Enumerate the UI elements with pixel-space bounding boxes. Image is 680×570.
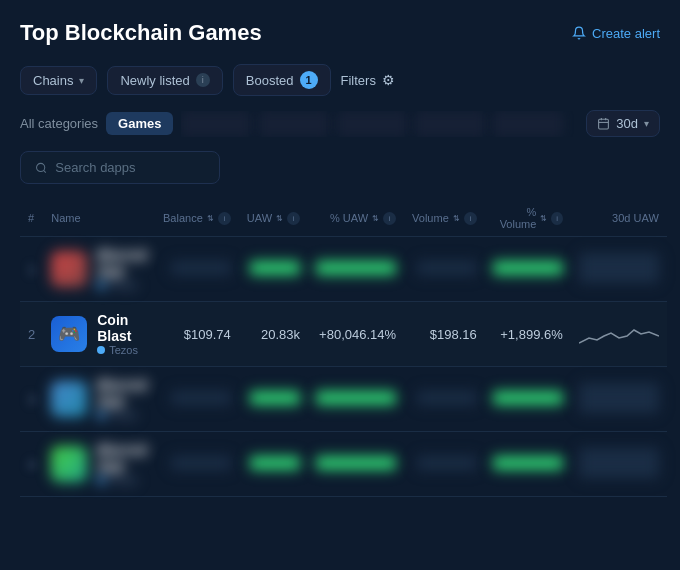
filter-row: Chains ▾ Newly listed i Boosted 1 Filter… xyxy=(20,64,660,96)
sort-icon: ⇅ xyxy=(276,214,283,223)
blurred-categories xyxy=(181,111,578,137)
sort-icon: ⇅ xyxy=(372,214,379,223)
rank-header: # xyxy=(20,200,43,237)
volume-cell xyxy=(404,432,485,497)
app-chain: Chain xyxy=(97,409,147,421)
table-row[interactable]: 4 Blurred App Chain xyxy=(20,432,667,497)
volume-pct-cell xyxy=(485,367,571,432)
uaw-30d-header: 30d UAW xyxy=(571,200,667,237)
app-chain: Chain xyxy=(97,279,147,291)
app-icon xyxy=(51,381,87,417)
rank-cell: 1 xyxy=(20,237,43,302)
boosted-filter-button[interactable]: Boosted 1 xyxy=(233,64,331,96)
info-icon: i xyxy=(218,212,231,225)
search-input[interactable] xyxy=(55,160,205,175)
uaw-cell xyxy=(239,237,308,302)
search-row xyxy=(20,151,660,184)
app-icon xyxy=(51,446,87,482)
sparkline-cell xyxy=(571,237,667,302)
filters-button[interactable]: Filters ⚙ xyxy=(341,72,395,88)
app-chain: Tezos xyxy=(97,344,147,356)
info-icon: i xyxy=(287,212,300,225)
chain-indicator xyxy=(97,476,105,484)
table-row[interactable]: 3 Blurred App Chain xyxy=(20,367,667,432)
chevron-down-icon: ▾ xyxy=(644,118,649,129)
balance-cell xyxy=(155,237,239,302)
chain-indicator xyxy=(97,346,105,354)
newly-listed-filter-button[interactable]: Newly listed i xyxy=(107,66,222,95)
volume-pct-cell xyxy=(485,432,571,497)
chevron-down-icon: ▾ xyxy=(79,75,84,86)
page-header: Top Blockchain Games Create alert xyxy=(20,20,660,46)
volume-pct-header: % Volume ⇅ i xyxy=(485,200,571,237)
svg-rect-0 xyxy=(599,119,609,129)
create-alert-button[interactable]: Create alert xyxy=(572,26,660,41)
rank-cell: 4 xyxy=(20,432,43,497)
info-icon: i xyxy=(464,212,477,225)
filter-icon: ⚙ xyxy=(382,72,395,88)
sparkline-chart xyxy=(579,318,659,348)
info-icon: i xyxy=(551,212,562,225)
sort-icon: ⇅ xyxy=(207,214,214,223)
table-body: 1 Blurred App Chain xyxy=(20,237,667,497)
timeframe-button[interactable]: 30d ▾ xyxy=(586,110,660,137)
uaw-pct-cell xyxy=(308,432,404,497)
rank-cell: 3 xyxy=(20,367,43,432)
chains-filter-button[interactable]: Chains ▾ xyxy=(20,66,97,95)
volume-pct-cell: +1,899.6% xyxy=(485,302,571,367)
volume-pct-cell xyxy=(485,237,571,302)
volume-cell xyxy=(404,237,485,302)
app-chain: Chain xyxy=(97,474,147,486)
balance-cell xyxy=(155,367,239,432)
app-name: Blurred App xyxy=(97,247,147,279)
uaw-pct-cell: +80,046.14% xyxy=(308,302,404,367)
svg-line-5 xyxy=(44,170,46,172)
svg-point-4 xyxy=(37,163,45,171)
balance-cell xyxy=(155,432,239,497)
app-cell: Blurred App Chain xyxy=(43,432,155,497)
chain-indicator xyxy=(97,281,105,289)
uaw-cell xyxy=(239,367,308,432)
name-header: Name xyxy=(43,200,155,237)
categories-row: All categories Games 30d ▾ xyxy=(20,110,660,137)
bell-icon xyxy=(572,26,586,40)
volume-header: Volume ⇅ i xyxy=(404,200,485,237)
search-icon xyxy=(35,161,47,175)
dapps-table: # Name Balance ⇅ i UAW ⇅ i xyxy=(20,200,667,497)
rank-cell: 2 xyxy=(20,302,43,367)
volume-cell: $198.16 xyxy=(404,302,485,367)
app-icon: 🎮 xyxy=(51,316,87,352)
sparkline-cell xyxy=(571,367,667,432)
table-header: # Name Balance ⇅ i UAW ⇅ i xyxy=(20,200,667,237)
chain-indicator xyxy=(97,411,105,419)
app-name: Blurred App xyxy=(97,442,147,474)
app-cell: Blurred App Chain xyxy=(43,367,155,432)
app-cell: Blurred App Chain xyxy=(43,237,155,302)
uaw-pct-header: % UAW ⇅ i xyxy=(308,200,404,237)
uaw-pct-cell xyxy=(308,237,404,302)
sort-icon: ⇅ xyxy=(540,214,547,223)
page-title: Top Blockchain Games xyxy=(20,20,262,46)
calendar-icon xyxy=(597,117,610,130)
games-category-tab[interactable]: Games xyxy=(106,112,173,135)
app-name: Blurred App xyxy=(97,377,147,409)
app-name: Coin Blast xyxy=(97,312,147,344)
table-row[interactable]: 2 🎮 Coin Blast Tezos $109.74 20.83k +80,… xyxy=(20,302,667,367)
boosted-count-badge: 1 xyxy=(300,71,318,89)
volume-cell xyxy=(404,367,485,432)
sparkline-cell xyxy=(571,302,667,367)
uaw-cell xyxy=(239,432,308,497)
info-icon: i xyxy=(196,73,210,87)
search-input-wrap xyxy=(20,151,220,184)
balance-cell: $109.74 xyxy=(155,302,239,367)
sort-icon: ⇅ xyxy=(453,214,460,223)
table-row[interactable]: 1 Blurred App Chain xyxy=(20,237,667,302)
app-icon xyxy=(51,251,87,287)
uaw-cell: 20.83k xyxy=(239,302,308,367)
app-cell: 🎮 Coin Blast Tezos xyxy=(43,302,155,367)
uaw-pct-cell xyxy=(308,367,404,432)
info-icon: i xyxy=(383,212,396,225)
all-categories-tab[interactable]: All categories xyxy=(20,116,98,131)
uaw-header: UAW ⇅ i xyxy=(239,200,308,237)
balance-header: Balance ⇅ i xyxy=(155,200,239,237)
